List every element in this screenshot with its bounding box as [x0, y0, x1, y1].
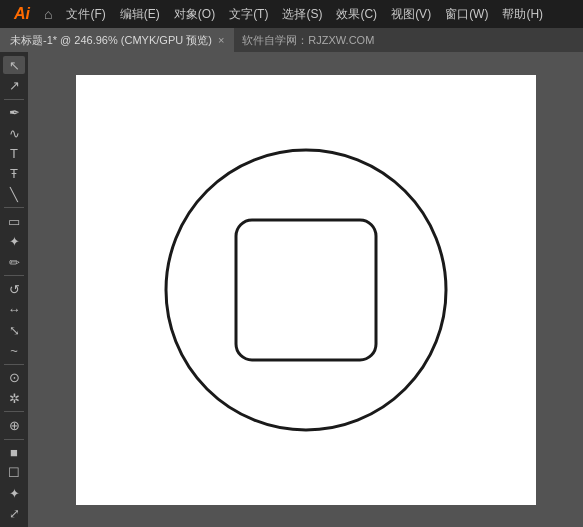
menu-item[interactable]: 文字(T)	[223, 4, 274, 25]
pen-tool[interactable]: ✒	[3, 104, 25, 122]
menu-item[interactable]: 编辑(E)	[114, 4, 166, 25]
warp-tool[interactable]: ~	[3, 341, 25, 359]
draw-mode-tool[interactable]: ⤢	[3, 504, 25, 522]
drawing-container	[156, 140, 456, 440]
toolbar-separator	[4, 275, 24, 276]
menu-item[interactable]: 窗口(W)	[439, 4, 494, 25]
paintbrush-tool[interactable]: ✦	[3, 233, 25, 251]
tab-label: 未标题-1* @ 246.96% (CMYK/GPU 预览)	[10, 33, 212, 48]
select-tool[interactable]: ↖	[3, 56, 25, 74]
menu-item[interactable]: 对象(O)	[168, 4, 221, 25]
type-tool[interactable]: T	[3, 144, 25, 162]
rect-tool[interactable]: ▭	[3, 212, 25, 230]
toolbar-separator	[4, 411, 24, 412]
direct-select-tool[interactable]: ↗	[3, 76, 25, 94]
tab-close-button[interactable]: ×	[218, 34, 224, 46]
menu-item[interactable]: 效果(C)	[330, 4, 383, 25]
title-bar: Ai ⌂ 文件(F)编辑(E)对象(O)文字(T)选择(S)效果(C)视图(V)…	[0, 0, 583, 28]
reflect-tool[interactable]: ↔	[3, 301, 25, 319]
menu-item[interactable]: 视图(V)	[385, 4, 437, 25]
scale-tool[interactable]: ⤡	[3, 321, 25, 339]
canvas-area[interactable]	[28, 52, 583, 527]
pencil-tool[interactable]: ✏	[3, 253, 25, 271]
menu-item[interactable]: 文件(F)	[60, 4, 111, 25]
line-tool[interactable]: ╲	[3, 185, 25, 203]
menu-bar: 文件(F)编辑(E)对象(O)文字(T)选择(S)效果(C)视图(V)窗口(W)…	[60, 4, 575, 25]
ai-logo: Ai	[8, 5, 36, 23]
toolbar-separator	[4, 207, 24, 208]
screen-mode-tool[interactable]: ✦	[3, 484, 25, 502]
artwork-svg	[156, 140, 456, 440]
svg-rect-1	[236, 220, 376, 360]
menu-item[interactable]: 帮助(H)	[496, 4, 549, 25]
main-area: ↖↗✒∿TŦ╲▭✦✏↺↔⤡~⊙✲⊕■☐✦⤢	[0, 52, 583, 527]
zoom-tool[interactable]: ⊕	[3, 416, 25, 434]
home-icon[interactable]: ⌂	[44, 6, 52, 22]
rotate-tool[interactable]: ↺	[3, 280, 25, 298]
svg-point-0	[166, 150, 446, 430]
tab-bar: 未标题-1* @ 246.96% (CMYK/GPU 预览) × 软件自学网：R…	[0, 28, 583, 52]
eyedropper-tool[interactable]: ✲	[3, 389, 25, 407]
toolbar-separator	[4, 364, 24, 365]
blend-tool[interactable]: ⊙	[3, 369, 25, 387]
stroke-color[interactable]: ☐	[3, 464, 25, 482]
left-toolbar: ↖↗✒∿TŦ╲▭✦✏↺↔⤡~⊙✲⊕■☐✦⤢	[0, 52, 28, 527]
menu-item[interactable]: 选择(S)	[276, 4, 328, 25]
tab-extra-label: 软件自学网：RJZXW.COM	[234, 33, 382, 48]
curvature-tool[interactable]: ∿	[3, 124, 25, 142]
touch-type-tool[interactable]: Ŧ	[3, 165, 25, 183]
fill-color[interactable]: ■	[3, 443, 25, 461]
toolbar-separator	[4, 439, 24, 440]
active-tab[interactable]: 未标题-1* @ 246.96% (CMYK/GPU 预览) ×	[0, 28, 234, 52]
canvas-background	[76, 75, 536, 505]
toolbar-separator	[4, 99, 24, 100]
